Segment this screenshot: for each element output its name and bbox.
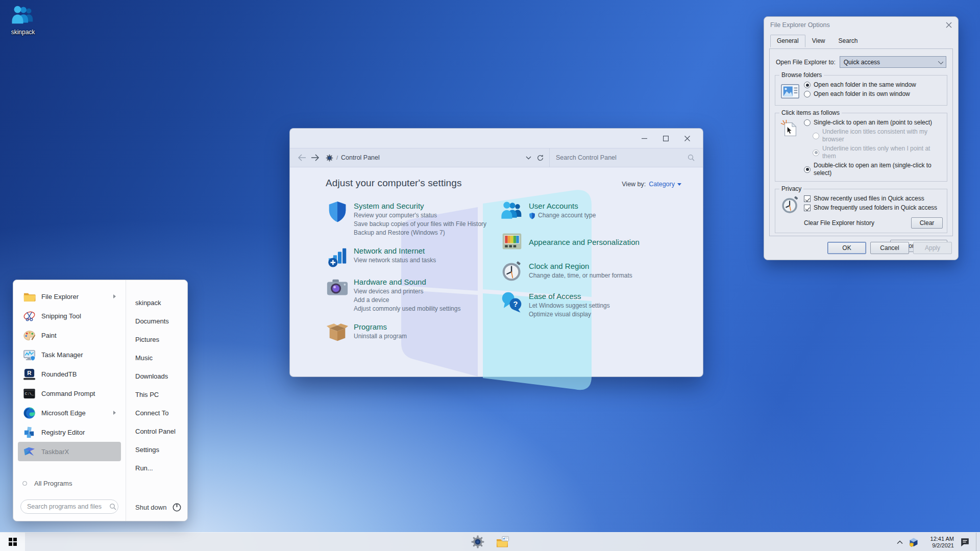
checkbox-recent-files[interactable]: Show recently used files in Quick access xyxy=(804,195,943,203)
tray-vm-cube-icon[interactable] xyxy=(909,537,919,547)
close-button[interactable] xyxy=(676,129,698,148)
action-center-icon[interactable] xyxy=(960,537,970,547)
place-downloads[interactable]: Downloads xyxy=(126,367,187,385)
tray-expand-chevron-icon[interactable] xyxy=(897,540,903,544)
category-user-accounts[interactable]: User Accounts Change account type xyxy=(501,200,674,223)
category-link[interactable]: Adjust commonly used mobility settings xyxy=(354,305,460,313)
minimize-button[interactable] xyxy=(633,129,655,148)
all-programs-button[interactable]: All Programs xyxy=(22,480,72,487)
menu-item-file-explorer[interactable]: File Explorer xyxy=(18,287,121,306)
place-documents[interactable]: Documents xyxy=(126,312,187,330)
category-link[interactable]: View network status and tasks xyxy=(354,256,436,265)
address-dropdown-chevron-icon[interactable] xyxy=(526,156,531,160)
taskbar-clock[interactable]: 12:41 AM 9/2/2021 xyxy=(924,536,954,549)
category-link[interactable]: Save backup copies of your files with Fi… xyxy=(354,220,486,229)
place-skinpack[interactable]: skinpack xyxy=(126,293,187,312)
category-appearance[interactable]: Appearance and Personalization xyxy=(501,230,674,254)
search-icon[interactable] xyxy=(109,503,116,510)
category-programs[interactable]: Programs Uninstall a program xyxy=(326,321,501,344)
view-by-dropdown[interactable]: Category xyxy=(649,181,681,188)
checkbox-icon[interactable] xyxy=(804,195,811,202)
place-connect-to[interactable]: Connect To xyxy=(126,404,187,422)
category-system-security[interactable]: System and Security Review your computer… xyxy=(326,200,501,237)
folder-options-taskbar-button[interactable] xyxy=(496,535,509,549)
checkbox-icon[interactable] xyxy=(804,205,811,211)
category-link[interactable]: Add a device xyxy=(354,296,460,305)
category-title[interactable]: Network and Internet xyxy=(354,245,436,256)
category-link[interactable]: Uninstall a program xyxy=(354,332,407,341)
category-link[interactable]: Change date, time, or number formats xyxy=(529,271,632,280)
tab-general[interactable]: General xyxy=(770,35,805,47)
radio-icon[interactable] xyxy=(804,119,811,126)
dialog-titlebar[interactable]: File Explorer Options xyxy=(764,17,958,33)
open-explorer-label: Open File Explorer to: xyxy=(776,59,836,66)
cancel-button[interactable]: Cancel xyxy=(870,242,909,254)
start-search-box[interactable] xyxy=(20,499,118,514)
menu-item-paint[interactable]: Paint xyxy=(18,325,121,345)
settings-taskbar-button[interactable] xyxy=(471,535,484,549)
place-pictures[interactable]: Pictures xyxy=(126,330,187,348)
place-this-pc[interactable]: This PC xyxy=(126,385,187,404)
shutdown-button[interactable]: Shut down xyxy=(135,503,181,512)
category-ease-of-access[interactable]: ? Ease of Access Let Windows suggest set… xyxy=(501,290,674,319)
menu-item-command-prompt[interactable]: C:\_ Command Prompt xyxy=(18,384,121,403)
start-search-input[interactable] xyxy=(27,503,109,510)
menu-item-roundedtb[interactable]: R RoundedTB xyxy=(18,364,121,384)
radio-underline-consistent: Underline icon titles consistent with my… xyxy=(813,128,943,143)
category-clock-region[interactable]: Clock and Region Change date, time, or n… xyxy=(501,260,674,284)
dialog-close-button[interactable] xyxy=(946,22,952,28)
category-title[interactable]: Hardware and Sound xyxy=(354,277,460,287)
ok-button[interactable]: OK xyxy=(827,242,866,254)
category-title[interactable]: Appearance and Personalization xyxy=(529,237,640,247)
titlebar[interactable] xyxy=(290,129,703,148)
breadcrumb-location[interactable]: Control Panel xyxy=(341,154,380,161)
desktop-icon-skinpack[interactable]: skinpack xyxy=(5,4,41,36)
radio-same-window[interactable]: Open each folder in the same window xyxy=(804,81,943,89)
place-run[interactable]: Run... xyxy=(126,459,187,477)
category-link[interactable]: Backup and Restore (Windows 7) xyxy=(354,229,486,237)
start-button[interactable] xyxy=(0,533,25,551)
search-box[interactable] xyxy=(549,148,699,167)
forward-button[interactable] xyxy=(308,151,322,164)
show-desktop-button[interactable] xyxy=(976,533,978,551)
menu-item-registry-editor[interactable]: Registry Editor xyxy=(18,422,121,442)
category-title[interactable]: Clock and Region xyxy=(529,261,632,271)
radio-double-click[interactable]: Double-click to open an item (single-cli… xyxy=(804,162,943,177)
open-explorer-dropdown[interactable]: Quick access xyxy=(840,56,946,68)
category-hardware-sound[interactable]: Hardware and Sound View devices and prin… xyxy=(326,276,501,313)
clear-button[interactable]: Clear xyxy=(911,217,943,229)
category-title[interactable]: System and Security xyxy=(354,201,486,211)
category-network-internet[interactable]: Network and Internet View network status… xyxy=(326,245,501,268)
menu-item-snipping-tool[interactable]: Snipping Tool xyxy=(18,306,121,325)
maximize-button[interactable] xyxy=(655,129,676,148)
category-link[interactable]: Change account type xyxy=(529,211,596,220)
back-button[interactable] xyxy=(295,151,308,164)
menu-item-task-manager[interactable]: Task Manager xyxy=(18,345,121,364)
tab-search[interactable]: Search xyxy=(832,35,865,47)
category-title[interactable]: Ease of Access xyxy=(529,291,610,302)
view-by-label: View by: xyxy=(622,181,646,188)
radio-own-window[interactable]: Open each folder in its own window xyxy=(804,90,943,98)
category-title[interactable]: User Accounts xyxy=(529,201,596,211)
tab-view[interactable]: View xyxy=(805,35,832,47)
category-link[interactable]: View devices and printers xyxy=(354,287,460,296)
place-music[interactable]: Music xyxy=(126,348,187,367)
radio-icon[interactable] xyxy=(804,82,811,88)
category-link[interactable]: Optimize visual display xyxy=(529,310,610,319)
category-title[interactable]: Programs xyxy=(354,321,407,332)
radio-icon[interactable] xyxy=(804,166,811,173)
radio-icon[interactable] xyxy=(804,91,811,97)
search-icon[interactable] xyxy=(688,154,695,161)
menu-item-label: Task Manager xyxy=(41,351,83,359)
breadcrumb[interactable]: / Control Panel xyxy=(326,154,526,162)
place-settings[interactable]: Settings xyxy=(126,440,187,459)
checkbox-frequent-folders[interactable]: Show frequently used folders in Quick ac… xyxy=(804,204,943,212)
search-input[interactable] xyxy=(556,154,688,161)
place-control-panel[interactable]: Control Panel xyxy=(126,422,187,440)
category-link[interactable]: Let Windows suggest settings xyxy=(529,302,610,310)
category-link[interactable]: Review your computer's status xyxy=(354,211,486,220)
radio-single-click[interactable]: Single-click to open an item (point to s… xyxy=(804,119,943,127)
refresh-icon[interactable] xyxy=(536,154,544,162)
menu-item-microsoft-edge[interactable]: Microsoft Edge xyxy=(18,403,121,422)
menu-item-taskbarx[interactable]: TaskbarX xyxy=(18,442,121,461)
